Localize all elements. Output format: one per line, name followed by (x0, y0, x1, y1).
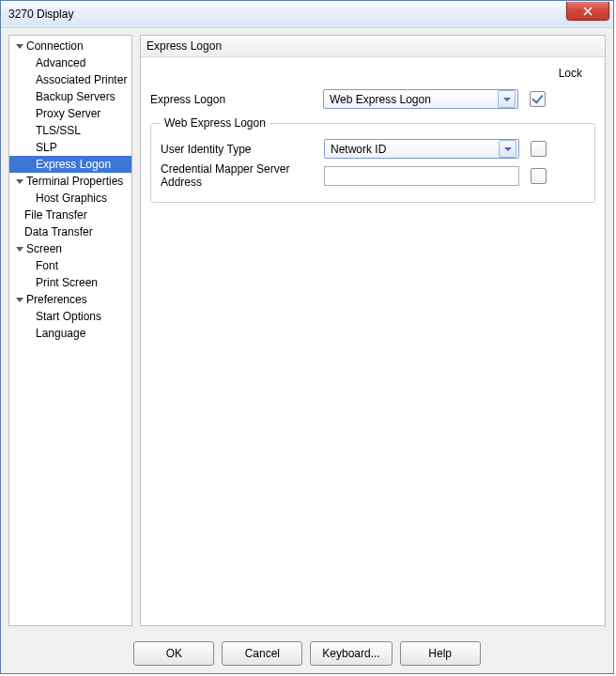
window-title: 3270 Display (8, 8, 73, 21)
express-logon-select[interactable]: Web Express Logon (323, 89, 518, 109)
tree-group[interactable]: Connection (9, 38, 131, 54)
identity-select[interactable]: Network ID (324, 139, 519, 159)
content-pane: Express Logon Lock Express Logon Web Exp… (140, 35, 606, 626)
tree-item[interactable]: Associated Printer (9, 71, 131, 88)
tree-group[interactable]: Terminal Properties (9, 173, 131, 190)
tree-item[interactable]: Start Options (9, 308, 131, 325)
identity-label: User Identity Type (161, 143, 324, 156)
tree-item[interactable]: Express Logon (9, 156, 131, 173)
express-logon-label: Express Logon (150, 93, 323, 106)
web-express-logon-group: Web Express Logon User Identity Type Net… (150, 116, 595, 203)
keyboard-button[interactable]: Keyboard... (310, 641, 392, 666)
close-icon (583, 7, 593, 16)
tree-item-label: Backup Servers (36, 90, 116, 103)
tree-item[interactable]: Proxy Server (9, 105, 131, 122)
tree-group-label: Preferences (26, 293, 87, 306)
tree-group[interactable]: Preferences (9, 291, 131, 308)
tree-item[interactable]: Language (9, 325, 131, 342)
disclosure-triangle-icon (16, 44, 23, 49)
web-express-logon-legend: Web Express Logon (161, 116, 270, 130)
mapper-label: Credential Mapper Server Address (161, 162, 324, 189)
tree-group-label: Screen (26, 242, 62, 255)
dialog-body: ConnectionAdvancedAssociated PrinterBack… (1, 27, 613, 673)
tree-item-label: Express Logon (36, 158, 111, 171)
tree-group-label: Connection (26, 39, 84, 53)
tree-item[interactable]: Font (9, 257, 131, 274)
panes: ConnectionAdvancedAssociated PrinterBack… (8, 35, 606, 626)
tree-group[interactable]: Data Transfer (9, 223, 131, 240)
titlebar[interactable]: 3270 Display (1, 1, 613, 28)
ok-button[interactable]: OK (133, 641, 214, 666)
identity-lock-checkbox[interactable] (531, 141, 547, 157)
express-logon-value: Web Express Logon (330, 93, 431, 106)
chevron-down-icon (503, 98, 511, 101)
tree-item[interactable]: Print Screen (9, 274, 131, 291)
tree-item-label: Advanced (36, 56, 85, 69)
page-title: Express Logon (141, 36, 605, 57)
dropdown-button[interactable] (498, 90, 516, 108)
dialog-window: 3270 Display ConnectionAdvancedAssociate… (0, 0, 614, 674)
tree-group-label: Data Transfer (24, 225, 93, 238)
mapper-input[interactable] (324, 166, 519, 186)
identity-value: Network ID (331, 143, 386, 156)
identity-row: User Identity Type Network ID (161, 139, 585, 159)
tree-item-label: SLP (36, 141, 57, 154)
tree-item-label: Host Graphics (36, 192, 107, 205)
tree-group[interactable]: File Transfer (9, 207, 131, 223)
tree-item[interactable]: TLS/SSL (9, 122, 131, 139)
tree-item-label: Start Options (36, 310, 101, 323)
tree-item[interactable]: Host Graphics (9, 190, 131, 207)
express-logon-lock-checkbox[interactable] (530, 91, 546, 107)
dropdown-button[interactable] (499, 140, 516, 158)
tree-item[interactable]: Advanced (9, 54, 131, 71)
cancel-button[interactable]: Cancel (222, 641, 302, 666)
tree-group-label: File Transfer (24, 208, 87, 222)
tree-group[interactable]: Screen (9, 240, 131, 257)
help-button[interactable]: Help (400, 641, 481, 666)
tree-item-label: TLS/SSL (36, 124, 81, 137)
disclosure-triangle-icon (16, 179, 23, 184)
mapper-lock-checkbox[interactable] (531, 168, 547, 184)
form-area: Lock Express Logon Web Express Logon Web… (141, 57, 605, 210)
disclosure-triangle-icon (16, 298, 23, 302)
tree-item[interactable]: Backup Servers (9, 88, 131, 105)
tree-item-label: Print Screen (36, 276, 98, 289)
tree-item-label: Font (36, 259, 58, 272)
tree-item-label: Associated Printer (36, 73, 127, 86)
mapper-row: Credential Mapper Server Address (161, 162, 585, 189)
tree-group-label: Terminal Properties (26, 175, 123, 188)
nav-tree[interactable]: ConnectionAdvancedAssociated PrinterBack… (8, 35, 132, 626)
tree-item[interactable]: SLP (9, 139, 131, 156)
lock-column-header: Lock (150, 65, 595, 85)
tree-item-label: Proxy Server (36, 107, 100, 120)
disclosure-triangle-icon (16, 247, 23, 252)
close-button[interactable] (566, 2, 609, 21)
tree-item-label: Language (36, 327, 85, 340)
express-logon-row: Express Logon Web Express Logon (150, 89, 595, 109)
chevron-down-icon (504, 147, 512, 151)
dialog-button-row: OK Cancel Keyboard... Help (1, 641, 613, 666)
